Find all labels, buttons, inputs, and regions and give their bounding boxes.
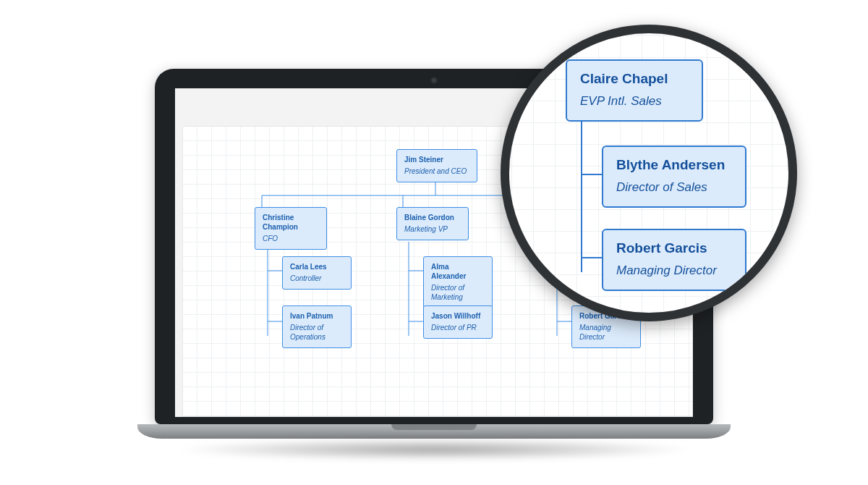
org-node[interactable]: Ivan Patnum Director of Operations — [282, 305, 352, 348]
zoom-node-name: Robert Garcis — [616, 240, 732, 256]
org-node[interactable]: Carla Lees Controller — [282, 256, 352, 290]
org-node-name: Alma Alexander — [431, 262, 485, 281]
org-node-title: President and CEO — [404, 166, 469, 176]
magnifier-lens: Claire Chapel EVP Intl. Sales Blythe And… — [501, 25, 797, 321]
zoom-node[interactable]: Robert Garcis Managing Director — [602, 229, 746, 291]
org-node-name: Carla Lees — [290, 262, 344, 271]
org-node-cfo[interactable]: Christine Champion CFO — [255, 207, 327, 250]
camera-icon — [432, 78, 436, 83]
org-node-title: Director of PR — [431, 323, 485, 332]
org-node-name: Ivan Patnum — [290, 311, 344, 321]
laptop-shadow — [174, 439, 694, 460]
org-node-name: Jason Willhoff — [431, 311, 485, 321]
org-node-name: Blaine Gordon — [404, 213, 461, 222]
zoom-node[interactable]: Blythe Andersen Director of Sales — [602, 146, 746, 208]
org-node-title: Controller — [290, 274, 344, 283]
zoom-node-title: Managing Director — [616, 263, 732, 278]
zoom-node-name: Claire Chapel — [580, 71, 689, 87]
org-node-ceo[interactable]: Jim Steiner President and CEO — [396, 149, 477, 182]
org-node[interactable]: Jason Willhoff Director of PR — [423, 305, 493, 339]
zoom-node-title: Director of Sales — [616, 180, 732, 195]
laptop-hinge-notch — [391, 424, 477, 430]
org-node-title: Managing Director — [579, 323, 633, 342]
org-node-title: CFO — [263, 234, 319, 243]
org-node-name: Christine Champion — [263, 213, 319, 232]
zoom-node-name: Blythe Andersen — [616, 157, 732, 173]
org-node-title: Director of Marketing — [431, 283, 485, 302]
laptop-base — [137, 424, 731, 439]
org-node-marketing-vp[interactable]: Blaine Gordon Marketing VP — [396, 207, 469, 240]
org-node-title: Director of Operations — [290, 323, 344, 342]
zoom-node-head[interactable]: Claire Chapel EVP Intl. Sales — [566, 59, 703, 122]
org-node[interactable]: Alma Alexander Director of Marketing — [423, 256, 493, 308]
zoom-node-title: EVP Intl. Sales — [580, 94, 689, 109]
org-node-title: Marketing VP — [404, 224, 461, 234]
org-node-name: Jim Steiner — [404, 155, 469, 164]
